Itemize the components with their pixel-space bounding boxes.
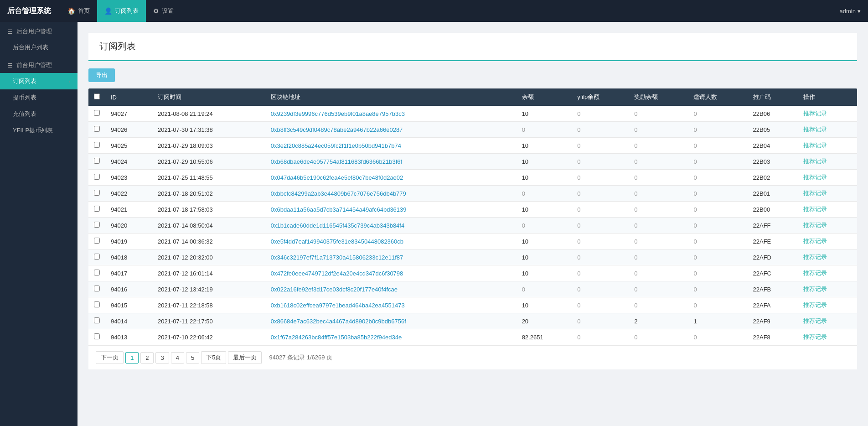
row-action[interactable]: 推荐记录 [798, 170, 857, 186]
action-link[interactable]: 推荐记录 [803, 286, 827, 292]
row-invites: 0 [688, 138, 747, 154]
action-link[interactable]: 推荐记录 [803, 190, 827, 197]
sidebar-item-recharge-list[interactable]: 充值列表 [0, 106, 78, 122]
row-action[interactable]: 推荐记录 [798, 138, 857, 154]
nav-subscriptions[interactable]: 👤 订阅列表 [97, 0, 146, 22]
sidebar-item-subscription-list[interactable]: 订阅列表 › [0, 73, 78, 89]
row-reward: 0 [629, 281, 688, 297]
action-link[interactable]: 推荐记录 [803, 254, 827, 260]
sidebar-item-admin-user-list[interactable]: 后台用户列表 [0, 39, 78, 56]
page-3-button[interactable]: 3 [155, 352, 169, 364]
action-link[interactable]: 推荐记录 [803, 333, 827, 340]
row-id: 94027 [105, 106, 152, 122]
gear-icon: ⚙ [153, 7, 159, 15]
row-checkbox[interactable] [88, 170, 105, 186]
page-4-button[interactable]: 4 [171, 352, 184, 364]
table-row: 94021 2021-07-18 17:58:03 0x6bdaa11a56aa… [88, 202, 857, 218]
last-page-button[interactable]: 最后一页 [228, 351, 262, 364]
row-reward: 0 [629, 218, 688, 234]
page-5-button[interactable]: 5 [186, 352, 199, 364]
row-time: 2021-07-12 16:01:14 [152, 265, 265, 281]
row-time: 2021-07-10 22:06:42 [152, 329, 265, 345]
page-1-button[interactable]: 1 [125, 352, 139, 364]
row-invites: 0 [688, 202, 747, 218]
row-address: 0xb68dbae6de4e057754af811683fd6366b21b3f… [265, 154, 517, 170]
row-checkbox[interactable] [88, 154, 105, 170]
row-checkbox[interactable] [88, 265, 105, 281]
row-action[interactable]: 推荐记录 [798, 106, 857, 122]
action-link[interactable]: 推荐记录 [803, 142, 827, 149]
row-checkbox[interactable] [88, 281, 105, 297]
row-promo: 22B06 [748, 106, 798, 122]
row-checkbox[interactable] [88, 249, 105, 265]
row-id: 94019 [105, 234, 152, 249]
row-action[interactable]: 推荐记录 [798, 202, 857, 218]
row-checkbox[interactable] [88, 202, 105, 218]
row-promo: 22B00 [748, 202, 798, 218]
row-action[interactable]: 推荐记录 [798, 218, 857, 234]
row-action[interactable]: 推荐记录 [798, 186, 857, 202]
page-2-button[interactable]: 2 [140, 352, 154, 364]
row-invites: 0 [688, 106, 747, 122]
row-address: 0xe5f4dd7eaf149940375fe31e83450448082360… [265, 234, 517, 249]
row-address: 0xbbcfc84299a2ab3e44809b67c7076e756db4b7… [265, 186, 517, 202]
row-checkbox[interactable] [88, 329, 105, 345]
user-menu[interactable]: admin ▾ [840, 8, 861, 15]
sidebar-item-yfilp-list[interactable]: YFILP提币列表 [0, 122, 78, 139]
action-link[interactable]: 推荐记录 [803, 174, 827, 181]
action-link[interactable]: 推荐记录 [803, 222, 827, 229]
sidebar-item-coin-list[interactable]: 提币列表 [0, 89, 78, 106]
action-link[interactable]: 推荐记录 [803, 110, 827, 117]
dropdown-icon: ▾ [858, 8, 861, 15]
row-action[interactable]: 推荐记录 [798, 265, 857, 281]
row-action[interactable]: 推荐记录 [798, 234, 857, 249]
action-link[interactable]: 推荐记录 [803, 206, 827, 213]
row-checkbox[interactable] [88, 122, 105, 138]
sidebar-group-admin-label: 后台用户管理 [16, 27, 52, 36]
row-promo: 22B02 [748, 170, 798, 186]
nav-settings[interactable]: ⚙ 设置 [146, 0, 181, 22]
row-invites: 0 [688, 265, 747, 281]
sidebar-item-subscription-label: 订阅列表 [13, 77, 36, 85]
export-button[interactable]: 导出 [88, 68, 115, 82]
row-balance: 20 [517, 313, 572, 329]
row-action[interactable]: 推荐记录 [798, 154, 857, 170]
sidebar-group-frontend[interactable]: ☰ 前台用户管理 [0, 56, 78, 73]
sidebar-group-admin[interactable]: ☰ 后台用户管理 [0, 22, 78, 39]
row-balance: 0 [517, 218, 572, 234]
row-action[interactable]: 推荐记录 [798, 122, 857, 138]
row-action[interactable]: 推荐记录 [798, 313, 857, 329]
select-all-checkbox[interactable] [94, 94, 100, 99]
nav-home[interactable]: 🏠 首页 [60, 0, 97, 22]
col-promo: 推广码 [748, 88, 798, 106]
row-checkbox[interactable] [88, 106, 105, 122]
row-action[interactable]: 推荐记录 [798, 329, 857, 345]
table-row: 94016 2021-07-12 13:42:19 0x022a16fe92ef… [88, 281, 857, 297]
action-link[interactable]: 推荐记录 [803, 301, 827, 308]
action-link[interactable]: 推荐记录 [803, 238, 827, 244]
row-action[interactable]: 推荐记录 [798, 281, 857, 297]
row-checkbox[interactable] [88, 138, 105, 154]
prev-page-button[interactable]: 下一页 [96, 351, 124, 364]
col-invites: 邀请人数 [688, 88, 747, 106]
action-link[interactable]: 推荐记录 [803, 270, 827, 276]
action-link[interactable]: 推荐记录 [803, 126, 827, 133]
row-checkbox[interactable] [88, 297, 105, 313]
next5-page-button[interactable]: 下5页 [201, 351, 226, 364]
table-row: 94017 2021-07-12 16:01:14 0x472fe0eee474… [88, 265, 857, 281]
row-checkbox[interactable] [88, 218, 105, 234]
subscription-table: ID 订阅时间 区块链地址 余额 yfilp余额 奖励余额 邀请人数 推广码 操… [88, 88, 857, 345]
row-action[interactable]: 推荐记录 [798, 249, 857, 265]
row-checkbox[interactable] [88, 186, 105, 202]
toolbar: 导出 [88, 68, 857, 82]
row-invites: 0 [688, 218, 747, 234]
row-invites: 0 [688, 281, 747, 297]
action-link[interactable]: 推荐记录 [803, 317, 827, 324]
row-checkbox[interactable] [88, 234, 105, 249]
row-invites: 0 [688, 170, 747, 186]
row-yfilp: 0 [572, 297, 629, 313]
sidebar-item-admin-user-label: 后台用户列表 [13, 43, 48, 52]
row-checkbox[interactable] [88, 313, 105, 329]
row-action[interactable]: 推荐记录 [798, 297, 857, 313]
action-link[interactable]: 推荐记录 [803, 158, 827, 165]
